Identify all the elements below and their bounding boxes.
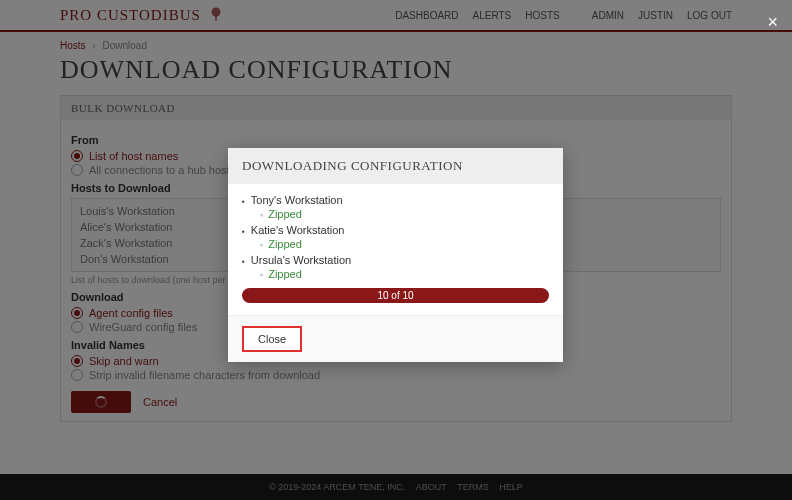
close-button[interactable]: Close [242, 326, 302, 352]
modal-body: Tony's Workstation Zipped Katie's Workst… [228, 184, 563, 284]
status-label: Zipped [260, 238, 549, 250]
list-item: Tony's Workstation [242, 194, 549, 206]
status-label: Zipped [260, 268, 549, 280]
status-label: Zipped [260, 208, 549, 220]
list-item: Katie's Workstation [242, 224, 549, 236]
close-icon[interactable]: × [767, 12, 778, 33]
modal-title: DOWNLOADING CONFIGURATION [228, 148, 563, 184]
progress-bar: 10 of 10 [242, 288, 549, 303]
list-item: Ursula's Workstation [242, 254, 549, 266]
download-modal: DOWNLOADING CONFIGURATION Tony's Worksta… [228, 148, 563, 362]
